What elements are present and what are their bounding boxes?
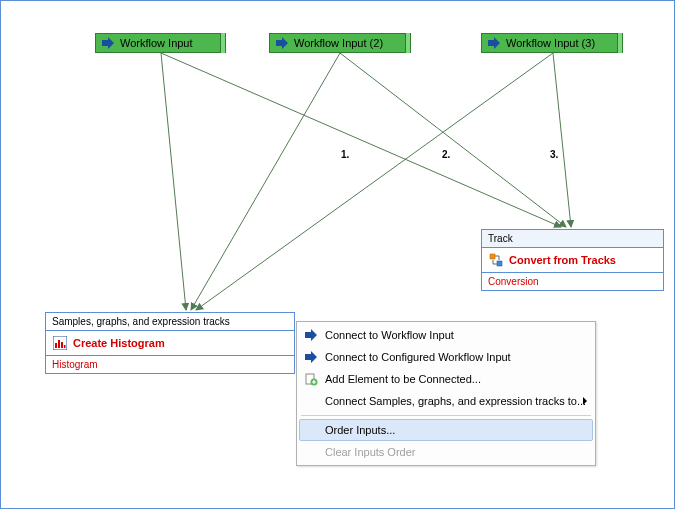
svg-line-3: [340, 53, 566, 227]
svg-line-5: [553, 53, 571, 227]
node-input-header: Track: [482, 230, 663, 248]
convert-tracks-icon: [488, 252, 504, 268]
workflow-input-label: Workflow Input (3): [506, 37, 595, 49]
node-action-label: Create Histogram: [73, 337, 165, 349]
menu-item-label: Connect to Configured Workflow Input: [325, 351, 511, 363]
add-element-icon: [303, 371, 319, 387]
menu-item-label: Connect Samples, graphs, and expression …: [325, 395, 586, 407]
create-histogram-node[interactable]: Samples, graphs, and expression tracks C…: [45, 312, 295, 374]
svg-line-2: [191, 53, 340, 310]
menu-order-inputs[interactable]: Order Inputs...: [299, 419, 593, 441]
svg-line-0: [161, 53, 186, 310]
context-menu: Connect to Workflow Input Connect to Con…: [296, 321, 596, 466]
node-action-row: Convert from Tracks: [482, 248, 663, 273]
edge-label-3: 3.: [550, 149, 558, 160]
blank-icon: [303, 393, 319, 409]
workflow-input-label: Workflow Input (2): [294, 37, 383, 49]
menu-item-label: Order Inputs...: [325, 424, 395, 436]
svg-line-1: [161, 53, 561, 227]
blank-icon: [303, 422, 319, 438]
node-output-label: Conversion: [482, 273, 663, 290]
input-arrow-icon: [303, 349, 319, 365]
svg-rect-7: [497, 261, 502, 266]
node-action-row: Create Histogram: [46, 331, 294, 356]
svg-rect-12: [64, 345, 66, 348]
workflow-input-node-3[interactable]: Workflow Input (3): [481, 33, 623, 53]
menu-connect-workflow-input[interactable]: Connect to Workflow Input: [299, 324, 593, 346]
node-input-header: Samples, graphs, and expression tracks: [46, 313, 294, 331]
svg-rect-10: [58, 340, 60, 348]
menu-item-label: Add Element to be Connected...: [325, 373, 481, 385]
workflow-input-node-1[interactable]: Workflow Input: [95, 33, 226, 53]
input-arrow-icon: [100, 35, 116, 51]
input-arrow-icon: [303, 327, 319, 343]
node-action-label: Convert from Tracks: [509, 254, 616, 266]
input-arrow-icon: [486, 35, 502, 51]
menu-item-label: Clear Inputs Order: [325, 446, 415, 458]
histogram-icon: [52, 335, 68, 351]
menu-item-label: Connect to Workflow Input: [325, 329, 454, 341]
blank-icon: [303, 444, 319, 460]
menu-connect-configured-input[interactable]: Connect to Configured Workflow Input: [299, 346, 593, 368]
submenu-arrow-icon: [583, 397, 587, 405]
menu-clear-inputs-order: Clear Inputs Order: [299, 441, 593, 463]
workflow-input-label: Workflow Input: [120, 37, 193, 49]
menu-add-element[interactable]: Add Element to be Connected...: [299, 368, 593, 390]
convert-from-tracks-node[interactable]: Track Convert from Tracks Conversion: [481, 229, 664, 291]
svg-rect-6: [490, 254, 495, 259]
edge-label-1: 1.: [341, 149, 349, 160]
input-arrow-icon: [274, 35, 290, 51]
menu-connect-samples-submenu[interactable]: Connect Samples, graphs, and expression …: [299, 390, 593, 412]
workflow-canvas[interactable]: 1. 2. 3. Workflow Input Workflow Input (…: [0, 0, 675, 509]
svg-rect-11: [61, 342, 63, 348]
workflow-input-node-2[interactable]: Workflow Input (2): [269, 33, 411, 53]
svg-rect-9: [55, 343, 57, 348]
menu-separator: [301, 415, 591, 416]
edge-label-2: 2.: [442, 149, 450, 160]
node-output-label: Histogram: [46, 356, 294, 373]
